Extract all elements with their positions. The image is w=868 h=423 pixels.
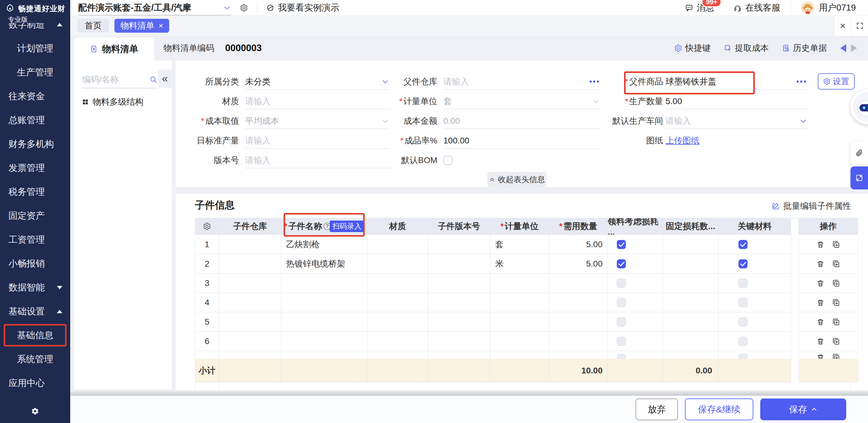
parent-product-field[interactable]: 球墨铸铁井盖 — [665, 74, 808, 90]
key-material-checkbox[interactable] — [739, 298, 748, 307]
tab-home[interactable]: 首页 — [78, 19, 109, 33]
cell-qty[interactable]: 5.00 — [549, 254, 608, 273]
loss-checkbox[interactable] — [617, 240, 626, 249]
chevron-down-icon[interactable] — [799, 117, 807, 125]
more-options-icon[interactable] — [590, 80, 599, 83]
category-field[interactable]: 未分类 — [245, 74, 390, 90]
cell-warehouse[interactable] — [219, 254, 281, 273]
delete-row-icon[interactable] — [816, 240, 825, 249]
key-material-checkbox[interactable] — [739, 259, 748, 268]
production-qty-field[interactable]: 5.00 — [665, 94, 808, 109]
sidebar-item-data-intel[interactable]: 数据智能 — [0, 275, 70, 299]
tab-material-list[interactable]: 物料清单 × — [115, 19, 169, 33]
history-docs-button[interactable]: 历史单据 — [782, 42, 827, 54]
key-material-checkbox[interactable] — [739, 279, 748, 288]
sidebar-item-multi-org[interactable]: 财务多机构 — [0, 132, 70, 156]
sidebar-item-invoice[interactable]: 发票管理 — [0, 156, 70, 180]
cost-amount-field[interactable]: 0.00 — [443, 113, 601, 129]
workshop-field[interactable]: 请输入 — [665, 113, 808, 129]
scan-entry-button[interactable]: 扫码录入 — [330, 221, 364, 232]
loss-checkbox[interactable] — [617, 279, 626, 288]
close-icon[interactable]: × — [159, 22, 163, 30]
settings-button[interactable]: 设置 — [818, 73, 855, 90]
user-name[interactable]: 用户0719 — [819, 2, 856, 14]
delete-row-icon[interactable] — [816, 337, 825, 345]
unit-field[interactable]: 套 — [443, 94, 601, 109]
sidebar-item-ledger[interactable]: 总账管理 — [0, 108, 70, 132]
cell-version[interactable] — [428, 254, 490, 273]
horizontal-scrollbar[interactable] — [70, 390, 868, 396]
expand-window-button[interactable] — [850, 166, 868, 189]
sidebar-item-tax[interactable]: 税务管理 — [0, 180, 70, 204]
sidebar-item-payroll[interactable]: 工资管理 — [0, 228, 70, 252]
shortcut-keys-button[interactable]: 快捷键 — [674, 42, 711, 54]
copy-add-row-icon[interactable] — [832, 240, 840, 249]
fullscreen-button[interactable] — [851, 16, 868, 36]
sidebar-item-basic-settings[interactable]: 基础设置 — [0, 299, 70, 323]
collapse-panel-button[interactable]: « — [158, 70, 172, 88]
copy-add-row-icon[interactable] — [832, 279, 840, 287]
sidebar-item-funds[interactable]: 往来资金 — [0, 85, 70, 108]
delete-row-icon[interactable] — [816, 260, 825, 268]
column-settings-button[interactable] — [195, 218, 219, 235]
delete-row-icon[interactable] — [816, 279, 825, 287]
loss-checkbox[interactable] — [617, 259, 626, 268]
delete-row-icon[interactable] — [816, 299, 825, 306]
cell-material[interactable] — [367, 235, 428, 254]
page-title-tab[interactable]: 物料清单 — [74, 37, 154, 61]
support-button[interactable]: 在线客服 — [734, 2, 780, 14]
copy-add-row-icon[interactable] — [832, 318, 840, 326]
key-material-checkbox[interactable] — [739, 317, 748, 326]
version-field[interactable]: 请输入 — [245, 153, 390, 168]
cell-child-name[interactable]: 热镀锌电缆桥架 — [281, 254, 367, 273]
upload-drawing-link[interactable]: 上传图纸 — [665, 135, 700, 147]
cell-unit[interactable]: 米 — [490, 254, 549, 273]
cell-fixed-loss[interactable] — [663, 254, 718, 273]
yield-rate-field[interactable]: 100.00 — [443, 133, 601, 149]
cell-qty[interactable]: 5.00 — [549, 235, 608, 254]
save-continue-button[interactable]: 保存&继续 — [685, 398, 753, 420]
close-all-tabs-button[interactable]: × — [834, 16, 851, 36]
messages-button[interactable]: 消息 99+ — [685, 2, 714, 14]
search-icon[interactable] — [150, 76, 157, 84]
cell-fixed-loss[interactable] — [663, 235, 718, 254]
cell-material[interactable] — [367, 254, 428, 273]
sidebar-item-fixed-assets[interactable]: 固定资产 — [0, 204, 70, 228]
sidebar-item-system-mgmt[interactable]: 系统管理 — [0, 347, 70, 371]
cell-version[interactable] — [428, 235, 490, 254]
delete-row-icon[interactable] — [816, 318, 825, 326]
prev-doc-button[interactable] — [840, 44, 846, 52]
next-doc-button[interactable] — [851, 44, 857, 52]
demo-link[interactable]: 我要看实例演示 — [266, 2, 339, 14]
cell-child-name[interactable]: 乙炔割枪 — [281, 235, 367, 254]
material-field[interactable]: 请输入 — [245, 94, 390, 109]
account-selector[interactable]: 配件演示账套-五金/工具/汽摩 — [78, 0, 231, 16]
copy-add-row-icon[interactable] — [832, 337, 840, 345]
cost-method-field[interactable]: 平均成本 — [245, 113, 390, 129]
key-material-checkbox[interactable] — [739, 337, 748, 346]
sidebar-item-basic-info[interactable]: 基础信息 — [0, 323, 70, 347]
account-settings-button[interactable] — [240, 4, 248, 12]
discard-button[interactable]: 放弃 — [636, 398, 678, 420]
sidebar-item-plan-mgmt[interactable]: 计划管理 — [0, 37, 70, 61]
attachment-button[interactable] — [850, 141, 868, 165]
save-button[interactable]: 保存 — [760, 398, 846, 420]
cell-warehouse[interactable] — [219, 235, 281, 254]
loss-checkbox[interactable] — [617, 337, 626, 346]
user-avatar[interactable] — [801, 1, 814, 14]
search-input[interactable] — [82, 74, 147, 85]
default-bom-checkbox[interactable] — [443, 156, 453, 165]
search-box[interactable] — [82, 71, 157, 88]
brand[interactable]: 畅捷通好业财 — [0, 0, 70, 14]
sidebar-item-app-center[interactable]: 应用中心 — [0, 371, 70, 395]
copy-add-row-icon[interactable] — [832, 260, 840, 268]
extract-cost-button[interactable]: 提取成本 — [724, 42, 769, 54]
key-material-checkbox[interactable] — [739, 240, 748, 249]
more-options-icon[interactable] — [797, 80, 806, 83]
batch-edit-button[interactable]: 批量编辑子件属性 — [772, 200, 851, 212]
loss-checkbox[interactable] — [617, 298, 626, 307]
cell-unit[interactable]: 套 — [490, 235, 549, 254]
sidebar-settings-button[interactable] — [0, 402, 70, 421]
copy-add-row-icon[interactable] — [832, 299, 840, 306]
collapse-header-button[interactable]: 收起表头信息 — [487, 172, 547, 187]
